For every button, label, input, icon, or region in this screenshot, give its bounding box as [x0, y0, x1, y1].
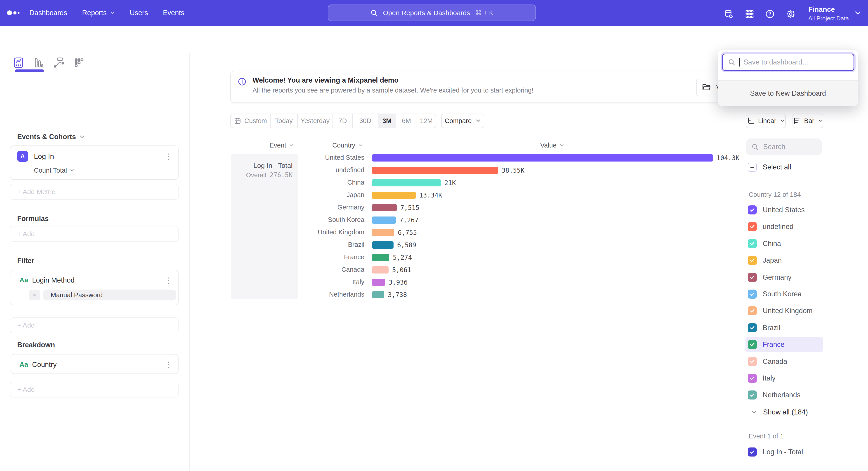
bar-brazil[interactable] — [372, 241, 394, 248]
bar-canada[interactable] — [372, 266, 389, 273]
range-segment-yesterday[interactable]: Yesterday — [298, 114, 333, 127]
range-segment-7d[interactable]: 7D — [333, 114, 353, 127]
legend-item-checkbox[interactable] — [748, 239, 757, 248]
metric-card[interactable]: A Log In ⋮ Count Total — [10, 145, 179, 180]
add-formula-button[interactable]: + Add — [10, 226, 179, 242]
tab-flows[interactable] — [53, 57, 65, 68]
select-all-checkbox[interactable] — [748, 163, 757, 172]
breakdown-card[interactable]: Aa Country ⋮ — [10, 354, 179, 374]
value-column-header[interactable]: Value — [540, 142, 564, 149]
legend-item-checkbox[interactable] — [748, 323, 757, 332]
bar-value-label: 104.3K — [717, 154, 739, 162]
metric-kebab-icon[interactable]: ⋮ — [164, 152, 173, 161]
legend-item-checkbox[interactable] — [748, 222, 757, 231]
event-summary-box[interactable]: Log In - Total Overall 276.5K — [231, 154, 298, 299]
apps-grid-icon[interactable] — [743, 8, 756, 20]
bar-united-states[interactable] — [372, 154, 713, 161]
nav-menu: DashboardsReportsUsersEvents — [29, 9, 184, 17]
bar-italy[interactable] — [372, 279, 385, 286]
nav-item-dashboards[interactable]: Dashboards — [29, 9, 67, 17]
nav-item-events[interactable]: Events — [163, 9, 184, 17]
help-icon[interactable] — [764, 8, 776, 20]
add-metric-button[interactable]: + Add Metric — [10, 184, 179, 200]
legend-item-checkbox[interactable] — [748, 205, 757, 214]
import-data-icon[interactable] — [722, 8, 735, 20]
add-breakdown-button[interactable]: + Add — [10, 382, 179, 398]
filter-operator-chip[interactable]: = — [29, 290, 40, 300]
legend-item-germany[interactable]: Germany — [745, 270, 823, 285]
filter-value-chip[interactable]: Manual Password — [43, 290, 176, 300]
metric-event-name[interactable]: Log In — [34, 152, 54, 160]
legend-item-china[interactable]: China — [745, 236, 823, 251]
filter-property-name[interactable]: Login Method — [32, 276, 74, 284]
breakdown-property-name[interactable]: Country — [32, 361, 57, 369]
range-segment-today[interactable]: Today — [271, 114, 298, 127]
nav-item-reports[interactable]: Reports — [82, 9, 115, 17]
breakdown-kebab-icon[interactable]: ⋮ — [164, 360, 173, 369]
filter-card[interactable]: Aa Login Method ⋮ = Manual Password — [10, 270, 179, 305]
legend-item-checkbox[interactable] — [748, 306, 757, 315]
events-cohorts-heading[interactable]: Events & Cohorts — [17, 133, 85, 141]
range-segment-6m[interactable]: 6M — [396, 114, 417, 127]
save-dashboard-search-input[interactable]: Save to dashboard... — [722, 54, 854, 71]
legend-item-checkbox[interactable] — [748, 290, 757, 299]
bar-germany[interactable] — [372, 204, 397, 211]
scale-selector-button[interactable]: Linear — [746, 114, 786, 128]
tab-retention[interactable] — [73, 57, 86, 68]
range-segment-label: Today — [275, 117, 292, 125]
event-checkbox[interactable] — [748, 447, 757, 457]
mixpanel-logo-icon[interactable] — [6, 10, 25, 16]
select-all-row[interactable]: Select all — [745, 160, 823, 175]
project-switcher[interactable]: Finance All Project Data — [808, 5, 849, 22]
legend-item-checkbox[interactable] — [748, 357, 757, 366]
event-column-header[interactable]: Event — [270, 142, 294, 149]
bar-undefined[interactable] — [372, 167, 498, 174]
compare-button[interactable]: Compare — [441, 114, 484, 128]
legend-item-undefined[interactable]: undefined — [745, 219, 823, 234]
add-filter-button[interactable]: + Add — [10, 317, 179, 333]
range-segment-30d[interactable]: 30D — [353, 114, 378, 127]
legend-item-checkbox[interactable] — [748, 273, 757, 282]
chevron-down-icon — [110, 11, 115, 15]
legend-item-checkbox[interactable] — [748, 340, 757, 349]
legend-item-south-korea[interactable]: South Korea — [745, 287, 823, 301]
legend-item-canada[interactable]: Canada — [745, 354, 823, 369]
range-segment-3m[interactable]: 3M — [378, 114, 396, 127]
country-column-header[interactable]: Country — [332, 142, 363, 149]
show-all-row[interactable]: Show all (184) — [745, 405, 823, 420]
range-segment-custom[interactable]: Custom — [231, 114, 271, 127]
project-name: Finance — [808, 5, 849, 13]
chart-type-button[interactable]: Bar — [793, 114, 823, 128]
legend-search-input[interactable]: Search — [746, 139, 822, 155]
legend-item-netherlands[interactable]: Netherlands — [745, 387, 823, 403]
legend-item-france[interactable]: France — [745, 337, 823, 352]
metric-aggregation-dropdown[interactable]: Count Total — [34, 167, 74, 174]
global-search-input[interactable]: Open Reports & Dashboards ⌘ + K — [328, 4, 536, 21]
bar-france[interactable] — [372, 254, 389, 261]
bar-china[interactable] — [372, 179, 441, 186]
nav-item-users[interactable]: Users — [130, 9, 148, 17]
legend-item-checkbox[interactable] — [748, 374, 757, 383]
legend-item-united-states[interactable]: United States — [745, 203, 823, 217]
tab-insights[interactable] — [12, 57, 25, 68]
range-segment-12m[interactable]: 12M — [417, 114, 436, 127]
legend-item-brazil[interactable]: Brazil — [745, 320, 823, 335]
legend-item-checkbox[interactable] — [748, 256, 757, 265]
legend-item-italy[interactable]: Italy — [745, 371, 823, 386]
tab-funnels[interactable] — [32, 57, 45, 68]
bar-netherlands[interactable] — [372, 291, 384, 298]
bar-japan[interactable] — [372, 192, 416, 199]
bar-value-label: 7,515 — [400, 204, 419, 211]
legend-item-checkbox[interactable] — [748, 390, 757, 400]
save-to-new-dashboard-button[interactable]: Save to New Dashboard — [718, 80, 858, 106]
date-range-control: CustomTodayYesterday7D30D3M6M12M — [230, 114, 436, 128]
bar-south-korea[interactable] — [372, 216, 396, 224]
bar-united-kingdom[interactable] — [372, 229, 394, 236]
settings-gear-icon[interactable] — [784, 8, 797, 20]
save-to-dashboard-popover: Save to dashboard... Save to New Dashboa… — [718, 49, 858, 106]
legend-item-united-kingdom[interactable]: United Kingdom — [745, 303, 823, 318]
project-chevron-down-icon[interactable] — [854, 10, 862, 16]
legend-event-row[interactable]: Log In - Total — [745, 444, 823, 460]
filter-kebab-icon[interactable]: ⋮ — [164, 276, 173, 285]
legend-item-japan[interactable]: Japan — [745, 253, 823, 268]
